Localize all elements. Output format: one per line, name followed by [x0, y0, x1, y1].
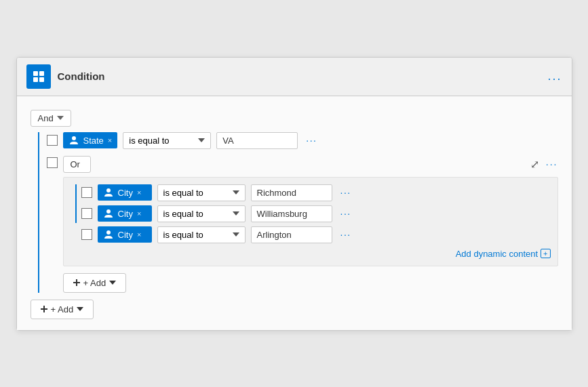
svg-rect-2 [33, 77, 38, 82]
and-chevron-icon [57, 115, 64, 121]
city-operator-select-2[interactable]: is equal to [157, 226, 246, 243]
svg-point-6 [106, 209, 111, 213]
or-rows: City × is equal to Richmond [81, 184, 551, 243]
city-operator-label-2: is equal to [163, 230, 203, 240]
city-operator-chevron-icon-2 [233, 231, 239, 238]
card-body: And State × [17, 96, 572, 330]
svg-rect-3 [39, 77, 44, 82]
add-dynamic-container: Add dynamic content + [71, 249, 551, 259]
condition-card: Condition ... And [16, 57, 572, 331]
city-value-input-2[interactable]: Arlington [251, 226, 332, 243]
and-block: And [31, 110, 558, 127]
city-tag-label-0: City [118, 188, 133, 198]
state-row-more-options[interactable]: ··· [306, 135, 317, 146]
svg-point-7 [106, 230, 111, 235]
state-operator-label: is equal to [129, 136, 169, 146]
add-dynamic-button[interactable]: Add dynamic content + [456, 249, 551, 259]
city-checkbox-2[interactable] [81, 229, 92, 240]
or-checkbox[interactable] [47, 157, 58, 168]
conditions-container: State × is equal to VA ··· [31, 132, 558, 293]
state-operator-chevron-icon [198, 137, 205, 144]
or-left-line [71, 184, 81, 243]
inner-add-chevron-icon [109, 279, 116, 286]
svg-point-4 [72, 136, 76, 140]
conditions-rows: State × is equal to VA ··· [47, 132, 558, 293]
city-row-more-options-0[interactable]: ··· [340, 187, 351, 198]
outer-add-label: + Add [51, 304, 74, 314]
city-tag-button-2[interactable]: City × [98, 226, 152, 243]
state-tag-remove[interactable]: × [108, 136, 112, 144]
city-value-text-0: Richmond [257, 188, 297, 198]
city-person-icon-0 [103, 187, 114, 198]
state-value-text: VA [222, 136, 233, 146]
city-tag-remove-0[interactable]: × [137, 188, 141, 197]
city-tag-button-0[interactable]: City × [98, 184, 152, 201]
outer-add-plus-icon [41, 306, 47, 312]
svg-rect-1 [39, 71, 44, 76]
inner-add-container: + Add [63, 273, 558, 293]
or-label: Or [71, 159, 80, 169]
header-left: Condition [26, 64, 105, 89]
or-header-left: Or [63, 156, 91, 173]
or-group-row: Or ⤢ ··· [47, 153, 558, 293]
city-person-icon-2 [103, 229, 114, 240]
or-header-right: ⤢ ··· [530, 158, 558, 171]
state-checkbox[interactable] [47, 135, 58, 146]
city-tag-remove-2[interactable]: × [137, 230, 141, 239]
city-value-text-1: Williamsburg [257, 209, 307, 219]
condition-icon [26, 64, 51, 89]
add-dynamic-label: Add dynamic content [456, 249, 538, 259]
svg-point-5 [106, 188, 111, 192]
city-row-1: City × is equal to Williams [81, 205, 551, 222]
or-body: City × is equal to Richmond [63, 177, 558, 266]
expand-icon[interactable]: ⤢ [530, 158, 539, 171]
and-button[interactable]: And [31, 110, 71, 127]
city-checkbox-1[interactable] [81, 208, 92, 219]
header-more-options[interactable]: ... [547, 69, 562, 83]
city-operator-select-1[interactable]: is equal to [157, 205, 246, 222]
inner-add-button[interactable]: + Add [63, 273, 127, 293]
header-title: Condition [58, 70, 105, 82]
city-operator-select-0[interactable]: is equal to [157, 184, 246, 201]
state-condition-row: State × is equal to VA ··· [47, 132, 558, 149]
state-tag-button[interactable]: State × [63, 132, 118, 148]
or-group-container: Or ⤢ ··· [63, 153, 558, 293]
state-value-input[interactable]: VA [216, 132, 298, 149]
and-label: And [38, 113, 54, 123]
or-header: Or ⤢ ··· [63, 156, 558, 173]
condition-svg-icon [32, 70, 45, 83]
city-tag-remove-1[interactable]: × [137, 209, 141, 218]
and-left-line [31, 132, 47, 293]
city-row-2: City × is equal to Arlingto [81, 226, 551, 243]
outer-add-chevron-icon [77, 306, 83, 312]
city-row-more-options-2[interactable]: ··· [340, 229, 351, 240]
city-value-text-2: Arlington [257, 230, 292, 240]
city-row-more-options-1[interactable]: ··· [340, 208, 351, 219]
svg-rect-0 [33, 71, 38, 76]
city-checkbox-0[interactable] [81, 187, 92, 198]
or-left-section: City × is equal to Richmond [71, 184, 551, 243]
outer-add-container: + Add [31, 300, 558, 319]
or-button[interactable]: Or [63, 156, 91, 173]
card-header: Condition ... [17, 58, 572, 96]
state-tag-label: State [83, 136, 104, 146]
city-tag-label-2: City [118, 230, 133, 240]
city-person-icon-1 [103, 208, 114, 219]
city-row-0: City × is equal to Richmond [81, 184, 551, 201]
city-value-input-1[interactable]: Williamsburg [251, 205, 332, 222]
state-operator-select[interactable]: is equal to [123, 132, 211, 149]
add-dynamic-bracket-icon[interactable]: + [541, 249, 550, 258]
outer-add-button[interactable]: + Add [31, 300, 94, 319]
city-operator-label-1: is equal to [163, 209, 203, 219]
state-person-icon [68, 135, 79, 146]
city-operator-chevron-icon-1 [233, 210, 239, 217]
city-tag-button-1[interactable]: City × [98, 205, 152, 222]
inner-add-label: + Add [83, 278, 106, 288]
city-operator-chevron-icon-0 [233, 189, 239, 196]
or-more-options[interactable]: ··· [546, 159, 558, 169]
city-tag-label-1: City [118, 209, 133, 219]
city-operator-label-0: is equal to [163, 188, 203, 198]
inner-add-plus-icon [73, 279, 80, 286]
city-value-input-0[interactable]: Richmond [251, 184, 332, 201]
